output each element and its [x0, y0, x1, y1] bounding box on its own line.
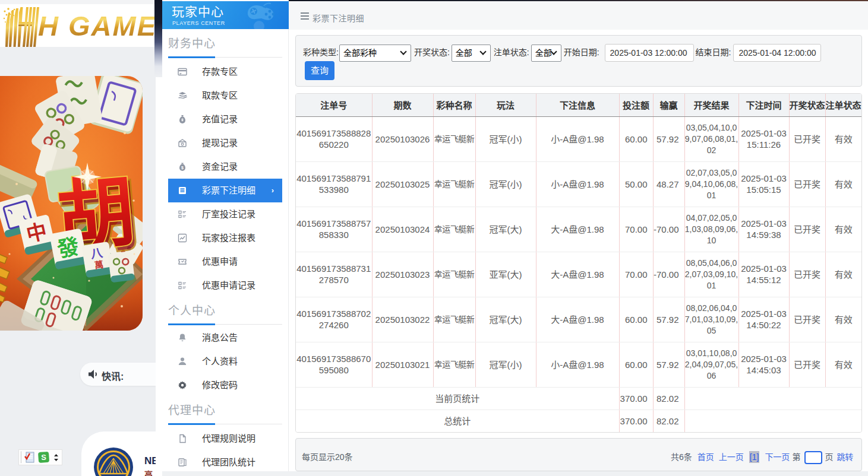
svg-text:S: S [41, 453, 46, 462]
svg-text:萬: 萬 [94, 259, 104, 271]
svg-text:$: $ [181, 166, 184, 170]
svg-text:發: 發 [55, 234, 81, 262]
